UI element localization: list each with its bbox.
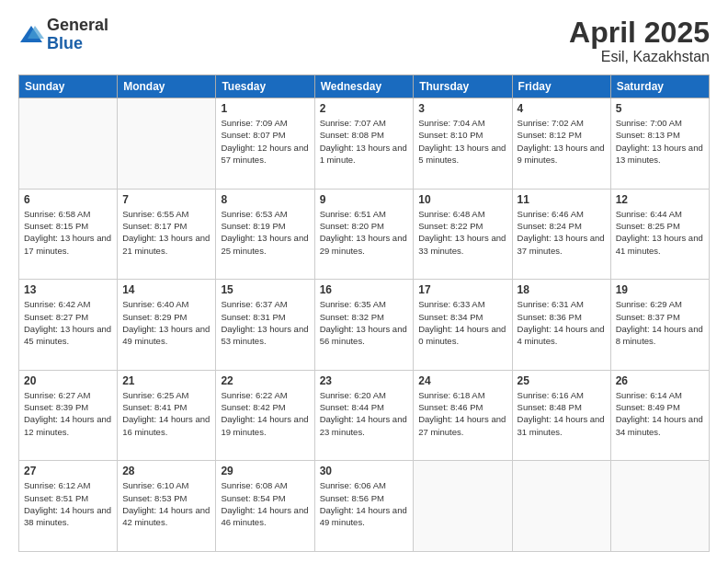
day-cell: 17Sunrise: 6:33 AMSunset: 8:34 PMDayligh… [414, 280, 512, 371]
logo-general: General [47, 17, 108, 35]
main-title: April 2025 [569, 17, 710, 49]
day-info: Sunrise: 6:27 AMSunset: 8:39 PMDaylight:… [24, 389, 112, 438]
day-info: Sunrise: 7:00 AMSunset: 8:13 PMDaylight:… [616, 117, 704, 166]
day-number: 1 [221, 102, 309, 115]
day-number: 23 [320, 374, 409, 387]
col-tuesday: Tuesday [216, 75, 314, 98]
week-row-3: 13Sunrise: 6:42 AMSunset: 8:27 PMDayligh… [19, 280, 710, 371]
calendar-page: General Blue April 2025 Esil, Kazakhstan… [0, 0, 728, 563]
day-cell: 9Sunrise: 6:51 AMSunset: 8:20 PMDaylight… [314, 189, 414, 280]
day-number: 8 [221, 193, 309, 206]
day-info: Sunrise: 7:07 AMSunset: 8:08 PMDaylight:… [320, 117, 409, 166]
day-info: Sunrise: 6:20 AMSunset: 8:44 PMDaylight:… [320, 389, 409, 438]
day-info: Sunrise: 6:29 AMSunset: 8:37 PMDaylight:… [616, 298, 704, 347]
calendar-header: Sunday Monday Tuesday Wednesday Thursday… [19, 75, 710, 98]
day-cell: 30Sunrise: 6:06 AMSunset: 8:56 PMDayligh… [314, 461, 414, 552]
day-cell: 2Sunrise: 7:07 AMSunset: 8:08 PMDaylight… [314, 98, 414, 190]
day-cell [512, 461, 610, 552]
week-row-2: 6Sunrise: 6:58 AMSunset: 8:15 PMDaylight… [19, 189, 710, 280]
logo: General Blue [18, 17, 108, 53]
day-cell: 5Sunrise: 7:00 AMSunset: 8:13 PMDaylight… [610, 98, 709, 190]
day-number: 28 [122, 465, 210, 477]
day-cell: 18Sunrise: 6:31 AMSunset: 8:36 PMDayligh… [512, 280, 610, 371]
day-cell: 27Sunrise: 6:12 AMSunset: 8:51 PMDayligh… [19, 461, 118, 552]
col-monday: Monday [118, 75, 216, 98]
calendar-body: 1Sunrise: 7:09 AMSunset: 8:07 PMDaylight… [19, 98, 710, 552]
day-number: 10 [418, 193, 506, 206]
title-block: April 2025 Esil, Kazakhstan [569, 17, 710, 65]
day-info: Sunrise: 6:40 AMSunset: 8:29 PMDaylight:… [122, 298, 210, 347]
day-cell: 14Sunrise: 6:40 AMSunset: 8:29 PMDayligh… [118, 280, 216, 371]
day-number: 21 [122, 374, 210, 387]
day-number: 19 [616, 283, 704, 296]
day-number: 18 [518, 283, 606, 296]
calendar-table: Sunday Monday Tuesday Wednesday Thursday… [18, 75, 710, 552]
day-info: Sunrise: 6:16 AMSunset: 8:48 PMDaylight:… [518, 389, 606, 438]
day-number: 25 [518, 374, 606, 387]
day-number: 24 [418, 374, 506, 387]
day-number: 30 [320, 465, 409, 477]
day-info: Sunrise: 6:10 AMSunset: 8:53 PMDaylight:… [122, 479, 210, 528]
day-number: 20 [24, 374, 112, 387]
day-cell: 29Sunrise: 6:08 AMSunset: 8:54 PMDayligh… [216, 461, 314, 552]
day-number: 2 [320, 102, 409, 115]
week-row-4: 20Sunrise: 6:27 AMSunset: 8:39 PMDayligh… [19, 370, 710, 461]
logo-icon [18, 22, 44, 48]
day-info: Sunrise: 6:31 AMSunset: 8:36 PMDaylight:… [518, 298, 606, 347]
day-number: 29 [221, 465, 309, 477]
day-cell: 26Sunrise: 6:14 AMSunset: 8:49 PMDayligh… [610, 370, 709, 461]
day-cell [610, 461, 709, 552]
day-info: Sunrise: 6:25 AMSunset: 8:41 PMDaylight:… [122, 389, 210, 438]
day-info: Sunrise: 6:37 AMSunset: 8:31 PMDaylight:… [221, 298, 309, 347]
day-info: Sunrise: 6:51 AMSunset: 8:20 PMDaylight:… [320, 208, 409, 257]
day-cell [19, 98, 118, 190]
day-info: Sunrise: 6:06 AMSunset: 8:56 PMDaylight:… [320, 479, 409, 528]
day-number: 4 [518, 102, 606, 115]
day-info: Sunrise: 7:04 AMSunset: 8:10 PMDaylight:… [418, 117, 506, 166]
day-number: 27 [24, 465, 112, 477]
col-sunday: Sunday [19, 75, 118, 98]
day-cell [118, 98, 216, 190]
location-subtitle: Esil, Kazakhstan [569, 49, 710, 65]
day-info: Sunrise: 6:48 AMSunset: 8:22 PMDaylight:… [418, 208, 506, 257]
day-number: 14 [122, 283, 210, 296]
day-number: 13 [24, 283, 112, 296]
day-info: Sunrise: 6:55 AMSunset: 8:17 PMDaylight:… [122, 208, 210, 257]
day-cell: 13Sunrise: 6:42 AMSunset: 8:27 PMDayligh… [19, 280, 118, 371]
day-cell: 1Sunrise: 7:09 AMSunset: 8:07 PMDaylight… [216, 98, 314, 190]
day-cell: 7Sunrise: 6:55 AMSunset: 8:17 PMDaylight… [118, 189, 216, 280]
day-info: Sunrise: 6:08 AMSunset: 8:54 PMDaylight:… [221, 479, 309, 528]
weekday-row: Sunday Monday Tuesday Wednesday Thursday… [19, 75, 710, 98]
day-number: 15 [221, 283, 309, 296]
day-cell: 19Sunrise: 6:29 AMSunset: 8:37 PMDayligh… [610, 280, 709, 371]
day-info: Sunrise: 6:18 AMSunset: 8:46 PMDaylight:… [418, 389, 506, 438]
day-cell: 15Sunrise: 6:37 AMSunset: 8:31 PMDayligh… [216, 280, 314, 371]
day-cell: 6Sunrise: 6:58 AMSunset: 8:15 PMDaylight… [19, 189, 118, 280]
col-friday: Friday [512, 75, 610, 98]
day-cell: 20Sunrise: 6:27 AMSunset: 8:39 PMDayligh… [19, 370, 118, 461]
day-number: 16 [320, 283, 409, 296]
day-cell: 22Sunrise: 6:22 AMSunset: 8:42 PMDayligh… [216, 370, 314, 461]
day-info: Sunrise: 6:44 AMSunset: 8:25 PMDaylight:… [616, 208, 704, 257]
day-cell: 8Sunrise: 6:53 AMSunset: 8:19 PMDaylight… [216, 189, 314, 280]
day-info: Sunrise: 7:02 AMSunset: 8:12 PMDaylight:… [518, 117, 606, 166]
day-cell: 24Sunrise: 6:18 AMSunset: 8:46 PMDayligh… [414, 370, 512, 461]
day-number: 22 [221, 374, 309, 387]
day-info: Sunrise: 6:53 AMSunset: 8:19 PMDaylight:… [221, 208, 309, 257]
day-cell: 25Sunrise: 6:16 AMSunset: 8:48 PMDayligh… [512, 370, 610, 461]
day-cell: 3Sunrise: 7:04 AMSunset: 8:10 PMDaylight… [414, 98, 512, 190]
day-number: 17 [418, 283, 506, 296]
day-info: Sunrise: 6:35 AMSunset: 8:32 PMDaylight:… [320, 298, 409, 347]
day-info: Sunrise: 6:22 AMSunset: 8:42 PMDaylight:… [221, 389, 309, 438]
week-row-5: 27Sunrise: 6:12 AMSunset: 8:51 PMDayligh… [19, 461, 710, 552]
day-info: Sunrise: 6:42 AMSunset: 8:27 PMDaylight:… [24, 298, 112, 347]
day-cell: 23Sunrise: 6:20 AMSunset: 8:44 PMDayligh… [314, 370, 414, 461]
week-row-1: 1Sunrise: 7:09 AMSunset: 8:07 PMDaylight… [19, 98, 710, 190]
day-cell [414, 461, 512, 552]
day-cell: 16Sunrise: 6:35 AMSunset: 8:32 PMDayligh… [314, 280, 414, 371]
day-cell: 12Sunrise: 6:44 AMSunset: 8:25 PMDayligh… [610, 189, 709, 280]
day-number: 9 [320, 193, 409, 206]
page-header: General Blue April 2025 Esil, Kazakhstan [18, 17, 710, 65]
day-info: Sunrise: 6:58 AMSunset: 8:15 PMDaylight:… [24, 208, 112, 257]
day-info: Sunrise: 6:46 AMSunset: 8:24 PMDaylight:… [518, 208, 606, 257]
